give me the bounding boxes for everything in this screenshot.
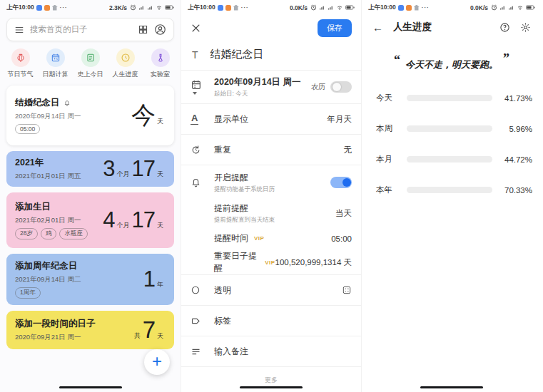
bar-label: 本周 [376,123,402,134]
calendar-icon [191,79,202,91]
row-label: 标签 [214,315,352,327]
row-sub: 提醒功能基于系统日历 [214,185,330,194]
home-indicator[interactable] [240,386,303,389]
display-unit-row[interactable]: A 显示单位 年月天 [181,104,361,134]
signal-sim1-icon [138,4,145,11]
reminder-time-row[interactable]: 提醒时间 VIP 05:00 [181,227,361,250]
row-value: 年月天 [328,114,352,125]
network-speed: 2.3K/s [109,4,127,11]
status-bar: 上午10:00 ··· 0.0K/s [362,0,542,13]
menu-icon[interactable] [14,25,24,35]
category-life-progress[interactable]: 人生进度 [108,48,143,79]
card-count-months: 4 [103,207,114,233]
time-chip: 05:00 [15,124,40,134]
card-date: 2021年09月14日 周二 [15,275,81,284]
grid-view-icon[interactable] [138,24,148,35]
bar-label: 本月 [376,154,402,165]
signal-sim2-icon [147,4,153,11]
category-label: 日期计算 [43,70,68,79]
status-time: 上午10:00 [188,4,215,12]
category-lab[interactable]: 实验室 [143,48,178,79]
save-button[interactable]: 保存 [318,19,352,37]
card-prefix: 共 [134,331,141,341]
event-card-yearly[interactable]: 添加周年纪念日 2021年09月14日 周二 1周年 1 年 [6,254,174,305]
bar-track [407,125,492,132]
bar-percent: 70.33% [499,186,532,195]
card-count-days: 17 [132,207,155,233]
search-input[interactable]: 搜索首页的日子 [6,18,174,41]
reminder-toggle[interactable] [330,177,352,188]
account-icon[interactable] [154,24,166,36]
plus-icon: + [152,353,162,370]
wifi-icon [517,4,524,11]
row-label: 重要日子提醒 [214,250,259,274]
bar-track [407,187,492,193]
row-label: 开启提醒 [214,172,330,184]
network-speed: 0.0K/s [470,4,488,11]
category-label: 人生进度 [113,70,138,79]
help-icon[interactable] [499,22,510,33]
category-date-calc[interactable]: 日期计算 [38,48,73,79]
signal-sim2-icon [508,4,514,11]
category-label: 实验室 [151,70,170,79]
back-icon[interactable]: ← [372,21,383,33]
category-label: 节日节气 [8,70,34,79]
status-time: 上午10:00 [368,4,396,12]
tag-row[interactable]: 标签 [181,306,361,336]
lantern-icon [16,53,26,63]
row-value: 100,520,999,1314 天 [275,257,352,268]
card-unit: 天 [157,221,163,230]
card-date: 2021年01月01日 周五 [15,172,81,181]
note-lines-icon [191,346,201,357]
search-placeholder: 搜索首页的日子 [30,24,132,35]
network-speed: 0.0K/s [290,4,308,11]
progress-bar-list: 今天 41.73% 本周 5.96% 本月 44.72% 本年 70.33% [362,93,542,195]
age-chip: 28岁 [15,228,38,239]
event-card-period[interactable]: 添加一段时间的日子 2020年09月21日 周一 共 7 天 [6,311,174,349]
advance-reminder-row[interactable]: 提前提醒 提前提醒直到当天结束 当天 [181,200,361,227]
card-unit: 天 [157,331,163,341]
row-label: 输入备注 [214,346,352,358]
reminder-row[interactable]: 开启提醒 提醒功能基于系统日历 [181,165,361,200]
event-title-value: 结婚纪念日 [210,48,264,61]
close-icon[interactable] [191,23,201,33]
category-row: 节日节气 日期计算 史上今日 人生进度 [3,48,178,79]
important-days-row[interactable]: 重要日子提醒 VIP 100,520,999,1314 天 [181,250,361,274]
card-title: 2021年 [15,157,44,169]
alarm-icon [491,4,497,11]
event-title-field[interactable]: T 结婚纪念日 [181,37,361,70]
row-label: 显示单位 [214,113,328,125]
signal-sim1-icon [319,4,325,11]
card-unit: 天 [157,117,163,126]
home-notification-icon [414,5,420,11]
pattern-dice-icon[interactable] [342,285,352,295]
gear-icon[interactable] [520,22,531,33]
card-date: 2020年09月21日 周一 [15,333,96,342]
event-card-2021[interactable]: 2021年 2021年01月01日 周五 3 个月 17 天 [6,151,174,187]
event-card-birthday[interactable]: 添加生日 2021年02月01日 周一 28岁 鸡 水瓶座 4 个月 17 天 [6,192,174,248]
life-progress-screen: 上午10:00 ··· 0.0K/s ← 人生进度 “ 今天不 [361,0,542,392]
note-row[interactable]: 输入备注 [181,336,361,366]
quote-text: 今天不走，明天要跑。 [405,58,498,71]
calendar-calc-icon [51,53,61,63]
more-notifications-icon: ··· [422,4,430,11]
home-indicator[interactable] [59,386,122,389]
category-festival[interactable]: 节日节气 [3,48,38,79]
home-indicator[interactable] [420,386,483,389]
lunar-label: 农历 [311,82,325,92]
lunar-toggle[interactable] [330,81,352,93]
clock-icon [121,53,131,63]
app-notification-icon [406,5,412,11]
status-bar: 上午10:00 ··· 0.0K/s [181,0,361,13]
edit-screen: 上午10:00 ··· 0.0K/s 保存 T 结婚纪念日 [181,0,361,392]
signal-sim2-icon [328,4,334,11]
add-event-fab[interactable]: + [144,349,170,375]
repeat-row[interactable]: 重复 无 [181,135,361,165]
bell-icon [64,100,71,107]
transparent-row[interactable]: 透明 [181,275,361,305]
progress-row-month: 本月 44.72% [376,154,532,165]
event-card-anniversary[interactable]: 结婚纪念日 2020年09月14日 周一 05:00 今 天 [6,86,174,145]
date-row[interactable]: 2020年09月14日 周一 起始日: 今天 农历 [181,71,361,103]
more-button[interactable]: 更多 [181,376,361,385]
category-history-today[interactable]: 史上今日 [73,48,108,79]
